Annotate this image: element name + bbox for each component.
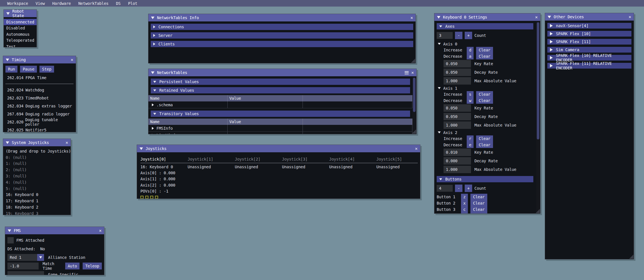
menu-plot[interactable]: Plot bbox=[124, 1, 141, 6]
axes-count-input[interactable]: 3 bbox=[437, 32, 453, 39]
resize-grip[interactable] bbox=[411, 59, 415, 63]
system-joystick-5[interactable]: 5: (null) bbox=[3, 185, 71, 192]
button-1-clear-button[interactable]: Clear bbox=[470, 194, 487, 200]
connections-header[interactable]: Connections bbox=[151, 24, 413, 30]
robot-state-disconnected[interactable]: Disconnected bbox=[4, 19, 37, 25]
axes-count-decrement-button[interactable]: - bbox=[455, 32, 462, 39]
table-row[interactable]: .schema bbox=[148, 101, 412, 108]
collapse-icon[interactable] bbox=[437, 16, 440, 19]
device-spark-flex-10-encoder[interactable]: SPARK Flex [10] RELATIVE ENCODER bbox=[547, 55, 631, 61]
persistent-values-header[interactable]: Persistent Values bbox=[151, 79, 410, 85]
menu-ds[interactable]: DS bbox=[112, 1, 124, 6]
game-specific-input[interactable] bbox=[7, 271, 44, 275]
transitory-values-header[interactable]: Transitory Values bbox=[151, 111, 410, 117]
vertical-scrollbar[interactable] bbox=[536, 21, 540, 213]
axis-1-decrease-clear-button[interactable]: Clear bbox=[476, 97, 493, 104]
joystick-5-assignment[interactable]: Unassigned bbox=[376, 164, 420, 170]
axis-2-key-rate-input[interactable]: 0.010 bbox=[444, 149, 471, 156]
table-row[interactable]: LiveWindow bbox=[148, 132, 412, 134]
system-joystick-3[interactable]: 3: (null) bbox=[3, 173, 71, 179]
axis-0-key-rate-input[interactable]: 0.050 bbox=[444, 60, 471, 67]
system-joystick-0[interactable]: 0: (null) bbox=[3, 154, 71, 161]
axis-2-decrease-clear-button[interactable]: Clear bbox=[476, 142, 493, 148]
button-1-key-button[interactable]: z bbox=[461, 194, 468, 200]
device-spark-flex-10[interactable]: SPARK Flex [10] bbox=[547, 31, 631, 37]
system-joystick-2[interactable]: 2: (null) bbox=[3, 167, 71, 173]
close-icon[interactable]: ✕ bbox=[535, 15, 538, 19]
step-button[interactable]: Step bbox=[39, 66, 54, 73]
table-row[interactable]: FMSInfo bbox=[148, 125, 412, 132]
teleop-button[interactable]: Teleop bbox=[83, 263, 102, 269]
menu-hardware[interactable]: Hardware bbox=[49, 1, 75, 6]
axis-2-max-abs-input[interactable]: 1.000 bbox=[444, 166, 471, 173]
system-joystick-18[interactable]: 18: Keyboard 2 bbox=[3, 204, 71, 210]
axis-0-max-abs-input[interactable]: 1.000 bbox=[444, 77, 471, 85]
buttons-count-decrement-button[interactable]: - bbox=[455, 185, 462, 192]
run-button[interactable]: Run bbox=[5, 66, 17, 73]
robot-state-test[interactable]: Test bbox=[4, 43, 37, 47]
axis-2-increase-key-button[interactable]: r bbox=[467, 135, 474, 142]
axis-0-increase-key-button[interactable]: d bbox=[467, 47, 474, 53]
button-3-clear-button[interactable]: Clear bbox=[470, 206, 487, 213]
axis-2-tree-node[interactable]: Axis 2 bbox=[438, 129, 533, 135]
axis-1-tree-node[interactable]: Axis 1 bbox=[438, 85, 533, 91]
close-icon[interactable]: ✕ bbox=[415, 147, 418, 151]
close-icon[interactable]: ✕ bbox=[410, 16, 413, 20]
axis-1-decrease-key-button[interactable]: w bbox=[467, 97, 474, 104]
close-icon[interactable]: ✕ bbox=[99, 229, 102, 233]
axis-0-decrease-clear-button[interactable]: Clear bbox=[476, 53, 493, 59]
axis-1-increase-clear-button[interactable]: Clear bbox=[476, 91, 493, 97]
close-icon[interactable]: ✕ bbox=[629, 15, 631, 19]
joystick-1-assignment[interactable]: Unassigned bbox=[188, 164, 235, 170]
collapse-icon[interactable] bbox=[6, 12, 10, 15]
resize-grip[interactable] bbox=[412, 129, 416, 134]
robot-state-teleoperated[interactable]: Teleoperated bbox=[4, 37, 37, 44]
joystick-0-assignment[interactable]: 16: Keyboard 0 bbox=[140, 164, 188, 170]
system-joystick-4[interactable]: 4: (null) bbox=[3, 179, 71, 185]
close-icon[interactable]: ✕ bbox=[71, 58, 73, 62]
retained-values-header[interactable]: Retained Values bbox=[151, 87, 410, 93]
collapse-icon[interactable] bbox=[140, 147, 143, 150]
collapse-icon[interactable] bbox=[151, 71, 154, 74]
axes-count-increment-button[interactable]: + bbox=[465, 32, 472, 39]
clients-header[interactable]: Clients bbox=[151, 41, 413, 47]
close-icon[interactable]: ✕ bbox=[411, 71, 414, 75]
pause-button[interactable]: Pause bbox=[20, 66, 37, 73]
device-spark-flex-11[interactable]: SPARK Flex [11] bbox=[547, 39, 631, 45]
device-navx-sensor[interactable]: navX-Sensor[4] bbox=[547, 23, 631, 29]
axis-1-increase-key-button[interactable]: s bbox=[467, 91, 474, 97]
axis-2-decay-rate-input[interactable]: 0.000 bbox=[444, 157, 471, 165]
collapse-icon[interactable] bbox=[6, 59, 9, 61]
axis-1-decay-rate-input[interactable]: 0.050 bbox=[444, 113, 471, 120]
resize-grip[interactable] bbox=[536, 209, 540, 213]
joystick-2-assignment[interactable]: Unassigned bbox=[235, 164, 282, 170]
system-joystick-16[interactable]: 16: Keyboard 0 bbox=[3, 192, 71, 198]
system-joystick-19[interactable]: 19: Keyboard 3 bbox=[3, 210, 71, 215]
collapse-icon[interactable] bbox=[151, 17, 154, 19]
menu-view[interactable]: View bbox=[32, 1, 49, 6]
match-time-input[interactable]: -1.0 bbox=[7, 263, 39, 269]
axis-1-max-abs-input[interactable]: 1.000 bbox=[444, 121, 471, 129]
vertical-scrollbar[interactable] bbox=[412, 77, 416, 134]
menu-icon[interactable] bbox=[405, 71, 409, 74]
button-2-clear-button[interactable]: Clear bbox=[470, 200, 487, 206]
buttons-header[interactable]: Buttons bbox=[437, 176, 533, 182]
buttons-count-increment-button[interactable]: + bbox=[465, 185, 472, 192]
robot-state-disabled[interactable]: Disabled bbox=[4, 25, 37, 31]
menu-networktables[interactable]: NetworkTables bbox=[75, 1, 112, 6]
menu-workspace[interactable]: Workspace bbox=[3, 1, 32, 6]
auto-button[interactable]: Auto bbox=[65, 263, 80, 269]
device-sim-camera[interactable]: Sim Camera bbox=[547, 47, 631, 53]
joystick-3-assignment[interactable]: Unassigned bbox=[282, 164, 329, 170]
axis-0-decay-rate-input[interactable]: 0.050 bbox=[444, 69, 471, 76]
system-joystick-17[interactable]: 17: Keyboard 1 bbox=[3, 198, 71, 204]
buttons-count-input[interactable]: 4 bbox=[437, 185, 453, 192]
fms-attached-checkbox[interactable] bbox=[7, 237, 14, 243]
axes-header[interactable]: Axes bbox=[437, 23, 533, 29]
button-4-key-button[interactable]: v bbox=[461, 213, 468, 214]
device-spark-flex-11-encoder[interactable]: SPARK Flex [11] RELATIVE ENCODER bbox=[547, 63, 631, 69]
system-joystick-1[interactable]: 1: (null) bbox=[3, 161, 71, 167]
resize-grip[interactable] bbox=[629, 255, 633, 259]
axis-2-decrease-key-button[interactable]: e bbox=[467, 142, 474, 148]
collapse-icon[interactable] bbox=[6, 141, 9, 144]
